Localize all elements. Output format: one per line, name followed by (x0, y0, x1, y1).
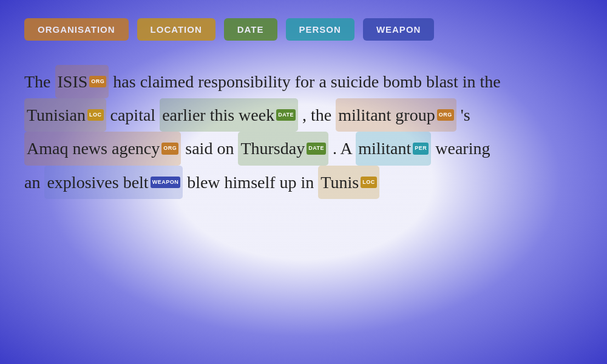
text-wearing: wearing (435, 139, 490, 158)
text-line-3: Amaq news agencyORG said on ThursdayDATE… (24, 139, 490, 158)
entity-tunisian-tag: LOC (87, 109, 104, 121)
annotated-text: The ISISORG has claimed responsibility f… (24, 65, 583, 199)
entity-isis-text: ISIS (58, 66, 88, 98)
text-line-2: TunisianLOC capital earlier this weekDAT… (24, 106, 470, 124)
entity-explosives-belt-text: explosives belt (47, 166, 148, 198)
entity-militant-group[interactable]: militant groupORG (336, 98, 456, 132)
text-post-isis: has claimed responsibility for a suicide… (113, 72, 500, 91)
entity-militant[interactable]: militantPER (356, 132, 431, 165)
text-the: , the (302, 106, 336, 124)
entity-tunisian-text: Tunisian (27, 99, 86, 131)
legend-row: ORGANISATION LOCATION DATE PERSON WEAPON (24, 18, 583, 41)
text-apostrophe-s: 's (461, 106, 470, 124)
entity-isis-tag: ORG (89, 76, 106, 87)
entity-isis[interactable]: ISISORG (55, 65, 109, 98)
entity-thursday-text: Thursday (240, 132, 305, 164)
legend-organisation[interactable]: ORGANISATION (24, 18, 129, 41)
entity-explosives-belt[interactable]: explosives beltWEAPON (44, 166, 183, 199)
entity-explosives-belt-tag: WEAPON (151, 177, 181, 188)
entity-militant-text: militant (358, 132, 411, 164)
text-line-4: an explosives beltWEAPON blew himself up… (24, 173, 379, 192)
entity-earlier-text: earlier this week (162, 99, 274, 131)
entity-militant-group-tag: ORG (437, 109, 454, 121)
entity-amaq-text: Amaq news agency (27, 132, 160, 164)
entity-tunis-tag: LOC (361, 177, 377, 188)
text-blew-himself: blew himself up in (187, 173, 318, 192)
text-capital: capital (110, 106, 160, 124)
text-line-1: The ISISORG has claimed responsibility f… (24, 72, 501, 91)
legend-location[interactable]: LOCATION (137, 18, 215, 41)
entity-thursday[interactable]: ThursdayDATE (238, 132, 328, 165)
entity-militant-tag: PER (413, 143, 429, 154)
entity-earlier-tag: DATE (276, 109, 296, 121)
text-said-on: said on (185, 139, 238, 158)
text-a: . A (333, 139, 356, 158)
legend-person[interactable]: PERSON (286, 18, 354, 41)
entity-amaq-tag: ORG (161, 143, 178, 154)
entity-tunisian[interactable]: TunisianLOC (24, 98, 106, 132)
main-content: ORGANISATION LOCATION DATE PERSON WEAPON… (0, 0, 607, 217)
text-pre-isis: The (24, 72, 55, 91)
entity-earlier-this-week[interactable]: earlier this weekDATE (160, 98, 298, 132)
text-an: an (24, 173, 44, 192)
entity-tunis-text: Tunis (320, 166, 359, 198)
entity-thursday-tag: DATE (307, 143, 326, 154)
entity-tunis[interactable]: TunisLOC (318, 166, 379, 199)
legend-weapon[interactable]: WEAPON (363, 18, 435, 41)
entity-amaq[interactable]: Amaq news agencyORG (24, 132, 181, 165)
entity-militant-group-text: militant group (338, 99, 435, 131)
legend-date[interactable]: DATE (224, 18, 277, 41)
